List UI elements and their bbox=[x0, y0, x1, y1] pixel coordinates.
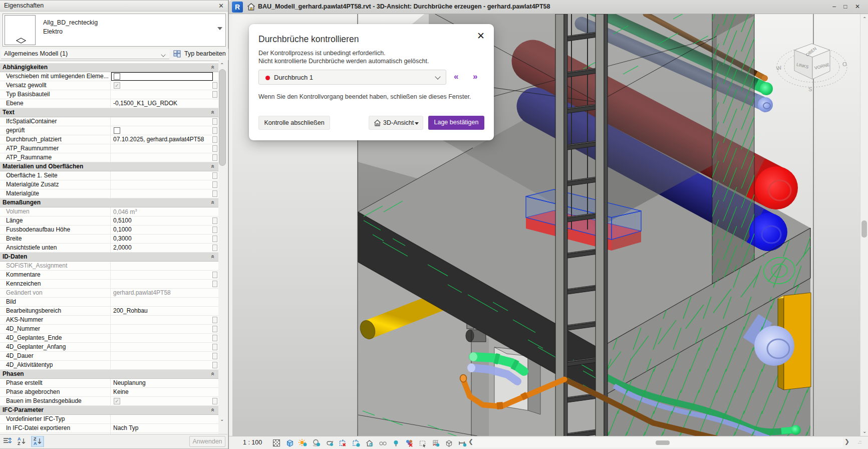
svg-text:A: A bbox=[34, 441, 37, 446]
svg-text:S: S bbox=[808, 86, 812, 92]
svg-text:O: O bbox=[842, 61, 847, 67]
svg-text:Z: Z bbox=[18, 441, 21, 446]
